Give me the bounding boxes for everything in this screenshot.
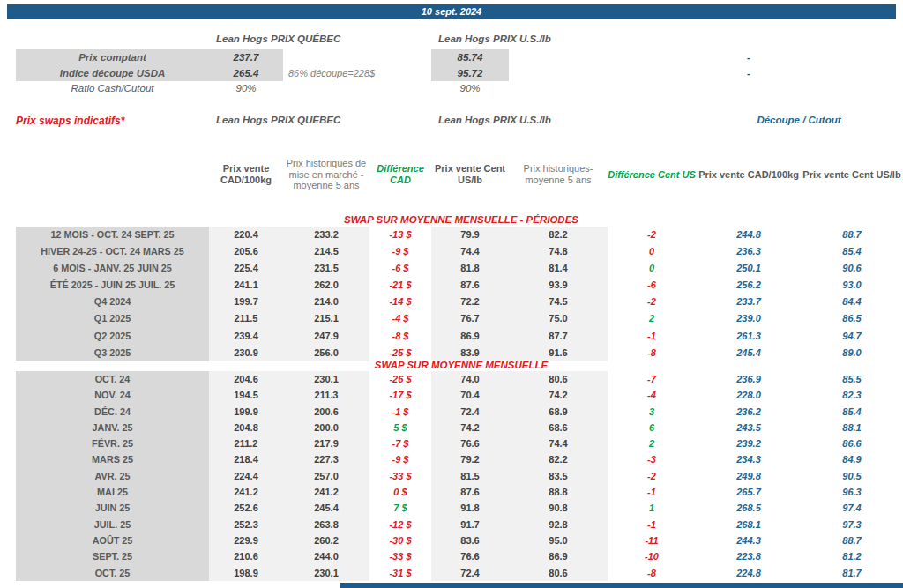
- cell-diff-us: -7: [608, 371, 696, 387]
- date-header-bar: 10 sept. 2024: [7, 4, 896, 19]
- cell-cutout-cad: 239.0: [696, 310, 802, 327]
- cell-cutout-us: 88.7: [802, 227, 902, 243]
- cell-us-vente: 74.2: [431, 420, 509, 435]
- table-row: JANV. 25204.8200.05 $74.268.66243.588.1: [16, 420, 902, 435]
- spot-row-ratio: Ratio Cash/Cutout 90% 90%: [16, 81, 902, 96]
- cell-diff-us: -11: [608, 532, 696, 548]
- cell-cad-vente: 225.4: [209, 260, 283, 277]
- cell-cad-hist: 230.1: [283, 565, 369, 581]
- table-row: SEPT. 25210.6244.0-33 $76.686.9-10223.88…: [16, 548, 902, 564]
- cell-cutout-us: 86.5: [802, 310, 902, 327]
- cell-cutout-cad: 256.2: [696, 277, 802, 294]
- table-row: MAI 25241.2241.20 $87.688.8-1265.796.3: [16, 484, 902, 500]
- report-date: 10 sept. 2024: [422, 6, 482, 17]
- cell-cad-hist: 241.2: [283, 484, 369, 500]
- cell-diff-cad: -9 $: [369, 451, 431, 467]
- cell-us-hist: 80.6: [509, 371, 608, 387]
- row-label: MARS 25: [16, 451, 209, 467]
- spot-us-value: 95.72: [431, 65, 509, 81]
- cell-cad-hist: 260.2: [283, 532, 369, 548]
- cell-cad-vente: 229.9: [209, 532, 283, 548]
- cell-us-hist: 95.0: [509, 532, 608, 548]
- swap-price-report: 10 sept. 2024 Lean Hogs PRIX QUÉBEC Lean…: [0, 0, 903, 588]
- spot-us-value: 85.74: [431, 49, 509, 65]
- spot-row-label: Prix comptant: [16, 49, 209, 65]
- col-header-cutout-cad: Prix vente CAD/100kg: [696, 169, 802, 181]
- cell-cutout-cad: 265.7: [696, 484, 802, 500]
- spot-cutout-dash: -: [696, 65, 802, 81]
- cell-diff-cad: -4 $: [369, 310, 431, 327]
- cutout-group-header: Découpe / Cutout: [696, 115, 902, 129]
- cell-cad-hist: 262.0: [283, 277, 369, 294]
- cell-cad-vente: 194.5: [209, 387, 283, 403]
- cell-cad-vente: 205.6: [209, 243, 283, 260]
- cell-cutout-cad: 250.1: [696, 260, 802, 277]
- cell-us-hist: 88.8: [509, 484, 608, 500]
- cell-cad-vente: 220.4: [209, 227, 283, 243]
- cell-us-vente: 83.6: [431, 532, 509, 548]
- cell-us-vente: 86.9: [431, 328, 509, 345]
- table-row: OCT. 25198.9230.1-31 $72.480.6-8224.881.…: [16, 565, 902, 581]
- cell-us-vente: 81.8: [431, 260, 509, 277]
- periods-table: 12 MOIS - OCT. 24 SEPT. 25220.4233.2-13 …: [16, 227, 902, 361]
- us-group-header: Lean Hogs PRIX U.S./lb: [431, 33, 696, 48]
- cell-us-hist: 74.5: [509, 294, 608, 310]
- cell-us-vente: 87.6: [431, 484, 509, 500]
- cell-us-vente: 81.5: [431, 468, 509, 484]
- cell-diff-us: -2: [608, 294, 696, 310]
- cell-cutout-us: 81.7: [802, 565, 902, 581]
- cell-diff-cad: -33 $: [369, 468, 431, 484]
- cell-diff-us: 6: [608, 420, 696, 435]
- cell-cad-hist: 200.0: [283, 420, 369, 435]
- cell-us-vente: 76.6: [431, 548, 509, 564]
- spot-us-ratio: 90%: [431, 81, 509, 96]
- table-row: JUIL. 25252.3263.8-12 $91.792.8-1268.197…: [16, 517, 902, 532]
- cell-cutout-us: 85.5: [802, 371, 902, 387]
- cell-us-vente: 91.8: [431, 500, 509, 516]
- section-title-mensuelle: SWAP SUR MOYENNE MENSUELLE: [226, 360, 697, 370]
- cell-diff-cad: -6 $: [369, 260, 431, 277]
- row-label: OCT. 25: [16, 565, 209, 581]
- cell-cad-hist: 263.8: [283, 517, 369, 532]
- spot-qc-value: 237.7: [209, 49, 283, 65]
- cell-us-hist: 91.6: [509, 345, 608, 361]
- cell-diff-us: -6: [608, 277, 696, 294]
- col-header-diff-us: Différence Cent US: [608, 169, 696, 181]
- cell-cutout-us: 89.0: [802, 345, 902, 361]
- cell-cutout-us: 97.3: [802, 517, 902, 532]
- cell-cutout-cad: 244.3: [696, 532, 802, 548]
- cell-cutout-us: 85.4: [802, 404, 902, 420]
- table-row: Q2 2025239.4247.9-8 $86.987.7-1261.394.7: [16, 328, 902, 345]
- row-label: NOV. 24: [16, 387, 209, 403]
- cell-cutout-cad: 245.4: [696, 345, 802, 361]
- cell-diff-cad: -7 $: [369, 435, 431, 451]
- cell-us-hist: 83.5: [509, 468, 608, 484]
- quebec-group-header: Lean Hogs PRIX QUÉBEC: [209, 33, 431, 48]
- cell-cutout-cad: 236.9: [696, 371, 802, 387]
- cell-cutout-cad: 243.5: [696, 420, 802, 435]
- cell-diff-us: -2: [608, 227, 696, 243]
- cell-us-vente: 74.0: [431, 371, 509, 387]
- cell-cad-vente: 210.6: [209, 548, 283, 564]
- cell-cutout-cad: 234.3: [696, 451, 802, 467]
- cell-diff-us: -4: [608, 387, 696, 403]
- cell-cutout-us: 84.9: [802, 451, 902, 467]
- cell-diff-cad: -31 $: [369, 565, 431, 581]
- cell-cutout-cad: 268.5: [696, 500, 802, 516]
- cell-cutout-us: 97.4: [802, 500, 902, 516]
- cell-cad-hist: 214.0: [283, 294, 369, 310]
- next-section-bar-partial: [340, 583, 903, 588]
- cell-cutout-us: 86.6: [802, 435, 902, 451]
- table-row: HIVER 24-25 - OCT. 24 MARS 25205.6214.5-…: [16, 243, 902, 260]
- cell-cutout-us: 88.1: [802, 420, 902, 435]
- cell-cad-vente: 204.8: [209, 420, 283, 435]
- cell-diff-us: -2: [608, 468, 696, 484]
- col-header-us-hist: Prix historiques- moyenne 5 ans: [509, 163, 608, 186]
- cell-us-vente: 72.4: [431, 565, 509, 581]
- cell-diff-cad: -30 $: [369, 532, 431, 548]
- cell-us-vente: 70.4: [431, 387, 509, 403]
- row-label: 12 MOIS - OCT. 24 SEPT. 25: [16, 227, 209, 243]
- cell-cutout-cad: 228.0: [696, 387, 802, 403]
- cell-cutout-us: 90.5: [802, 468, 902, 484]
- table-row: DÉC. 24199.9200.6-1 $72.468.93236.285.4: [16, 404, 902, 420]
